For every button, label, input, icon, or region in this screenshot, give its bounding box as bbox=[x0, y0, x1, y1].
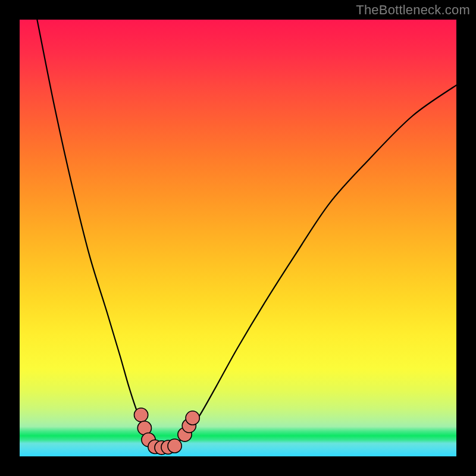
curve-layer bbox=[20, 20, 456, 456]
data-marker bbox=[134, 408, 148, 422]
data-marker bbox=[186, 411, 199, 425]
watermark-label: TheBottleneck.com bbox=[356, 2, 470, 18]
chart-frame: TheBottleneck.com bbox=[0, 0, 476, 476]
plot-area bbox=[20, 20, 456, 456]
data-marker bbox=[168, 439, 181, 453]
markers-group bbox=[134, 408, 200, 455]
bottleneck-curve bbox=[37, 20, 456, 448]
